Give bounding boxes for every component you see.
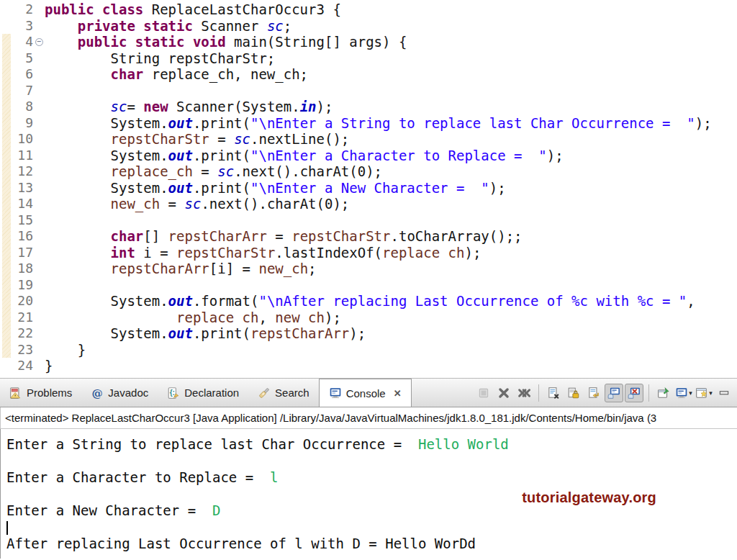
terminate-button[interactable] bbox=[474, 384, 493, 402]
console-line: Enter a Character to Replace = l bbox=[6, 469, 737, 486]
open-console-button[interactable]: ▾ bbox=[695, 384, 713, 402]
code-token: char bbox=[111, 66, 144, 82]
code-line: 2public class ReplaceLastCharOccur3 { bbox=[0, 1, 737, 18]
fold-collapse-icon[interactable]: − bbox=[35, 38, 43, 46]
line-number: 11 bbox=[17, 148, 33, 164]
tab-console[interactable]: Console✕ bbox=[319, 379, 412, 407]
console-status-line: <terminated> ReplaceLastCharOccur3 [Java… bbox=[0, 407, 737, 429]
code-token: System. bbox=[45, 180, 168, 196]
code-text: replace_ch, new_ch); bbox=[45, 310, 737, 326]
line-number: 6 bbox=[25, 66, 33, 83]
line-number: 5 bbox=[25, 50, 33, 67]
code-text: public static void main(String[] args) { bbox=[45, 34, 737, 50]
code-line: 14 new_ch = sc.next().charAt(0); bbox=[0, 196, 737, 212]
display-selected-console-button[interactable]: ▾ bbox=[674, 384, 693, 402]
code-token: ReplaceLastCharOccur3 { bbox=[152, 1, 341, 17]
code-line: 18 repstCharArr[i] = new_ch; bbox=[0, 261, 737, 277]
code-line: 6 char replace_ch, new_ch; bbox=[0, 66, 737, 83]
code-line: 23 } bbox=[0, 342, 737, 358]
code-token bbox=[45, 66, 111, 82]
svg-text:{:: {: bbox=[170, 388, 175, 396]
tab-label: Declaration bbox=[184, 387, 239, 399]
gutter: 10 bbox=[0, 131, 45, 148]
code-token: out bbox=[168, 325, 193, 341]
code-line: 9 System.out.print("\nEnter a String to … bbox=[0, 115, 737, 132]
change-bar bbox=[2, 99, 11, 115]
change-bar bbox=[2, 342, 11, 358]
console-line: Enter a String to replace last Char Occu… bbox=[6, 436, 737, 453]
code-token: "\nEnter a New Character = " bbox=[250, 180, 489, 196]
change-bar bbox=[2, 261, 11, 277]
line-number: 12 bbox=[17, 163, 33, 180]
change-bar bbox=[2, 50, 11, 67]
code-token: out bbox=[168, 180, 193, 196]
remove-all-icon bbox=[517, 387, 530, 399]
code-line: 5 String repstCharStr; bbox=[0, 50, 737, 67]
dropdown-arrow-icon[interactable]: ▾ bbox=[689, 389, 692, 397]
tab-javadoc[interactable]: @Javadoc bbox=[81, 379, 158, 407]
line-number: 23 bbox=[17, 342, 33, 358]
dropdown-arrow-icon[interactable]: ▾ bbox=[709, 389, 713, 397]
change-bar bbox=[2, 293, 11, 310]
code-token: [i] = bbox=[209, 261, 259, 276]
code-line: 4− public static void main(String[] args… bbox=[0, 34, 737, 50]
code-text: System.out.print("\nEnter a New Characte… bbox=[45, 180, 737, 197]
gutter: 15 bbox=[0, 212, 45, 229]
code-text bbox=[45, 277, 737, 294]
gutter: 16 bbox=[0, 228, 45, 245]
minimize-button[interactable] bbox=[715, 384, 733, 402]
code-token bbox=[45, 261, 111, 276]
code-token: sc bbox=[267, 18, 284, 34]
show-stdout-button[interactable] bbox=[605, 384, 623, 402]
code-text: System.out.print("\nEnter a String to re… bbox=[45, 115, 737, 132]
gutter: 8 bbox=[0, 99, 45, 115]
tab-search[interactable]: Search bbox=[248, 379, 319, 407]
code-token: .format( bbox=[193, 293, 259, 309]
code-token: sc bbox=[111, 99, 127, 114]
tab-label: Search bbox=[275, 387, 309, 399]
gutter: 20 bbox=[0, 293, 45, 310]
change-bar bbox=[2, 277, 11, 294]
tab-declaration[interactable]: {:Declaration bbox=[158, 379, 248, 407]
code-token: = bbox=[127, 99, 143, 114]
console-output[interactable]: Enter a String to replace last Char Occu… bbox=[0, 429, 737, 559]
code-token bbox=[45, 34, 78, 50]
remove-all-terminated-button[interactable] bbox=[515, 384, 533, 402]
svg-text:@: @ bbox=[92, 387, 103, 399]
pin-console-button[interactable] bbox=[654, 384, 673, 402]
code-text: System.out.print("\nEnter a Character to… bbox=[45, 148, 737, 164]
java-editor[interactable]: 2public class ReplaceLastCharOccur3 {3 p… bbox=[0, 0, 737, 379]
code-token: sc bbox=[184, 196, 201, 212]
scroll-lock-icon bbox=[567, 387, 580, 399]
search-icon bbox=[258, 387, 271, 399]
gutter: 21 bbox=[0, 310, 45, 326]
change-bar bbox=[2, 148, 11, 164]
declaration-icon: {: bbox=[167, 387, 180, 399]
word-wrap-icon bbox=[587, 387, 600, 399]
code-token: Scanner bbox=[201, 18, 267, 34]
console-text: Hello World bbox=[418, 436, 509, 452]
code-token: sc bbox=[234, 131, 250, 147]
console-toolbar: ▾▾ bbox=[474, 379, 737, 407]
remove-launch-button[interactable] bbox=[494, 384, 513, 402]
watermark: tutorialgateway.org bbox=[522, 489, 656, 506]
code-line: 12 replace_ch = sc.next().charAt(0); bbox=[0, 163, 737, 180]
code-line: 20 System.out.format("\nAfter replacing … bbox=[0, 293, 737, 310]
code-token: public static void bbox=[78, 34, 234, 50]
code-token: out bbox=[168, 293, 193, 309]
show-stderr-button[interactable] bbox=[625, 384, 643, 402]
tab-problems[interactable]: Problems bbox=[0, 379, 81, 407]
code-text bbox=[45, 83, 737, 99]
problems-icon bbox=[9, 387, 22, 399]
gutter: 19 bbox=[0, 277, 45, 294]
clear-console-button[interactable] bbox=[544, 384, 563, 402]
code-text: } bbox=[45, 342, 737, 358]
change-bar bbox=[2, 228, 11, 245]
code-text: System.out.print(repstCharArr); bbox=[45, 325, 737, 342]
code-line: 8 sc= new Scanner(System.in); bbox=[0, 99, 737, 115]
word-wrap-button[interactable] bbox=[584, 384, 603, 402]
scroll-lock-button[interactable] bbox=[564, 384, 583, 402]
code-line: 22 System.out.print(repstCharArr); bbox=[0, 325, 737, 342]
code-token: i = bbox=[135, 245, 176, 261]
close-icon[interactable]: ✕ bbox=[394, 388, 402, 399]
